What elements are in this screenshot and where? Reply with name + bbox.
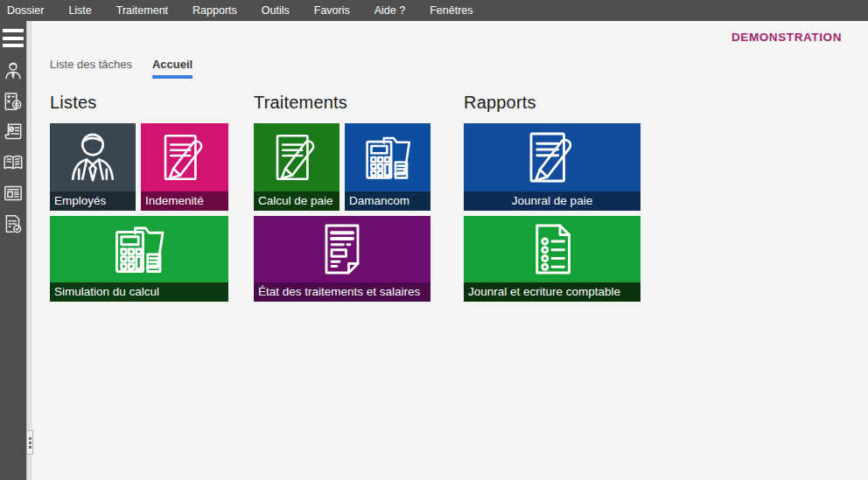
- tile-label: Indemenité: [141, 191, 228, 211]
- newspaper-icon[interactable]: [1, 181, 25, 205]
- employee-icon: [64, 129, 122, 186]
- task-check-icon[interactable]: [1, 212, 25, 236]
- tab-bar: Liste des tâches Accueil: [46, 54, 200, 82]
- demo-badge: DEMONSTRATION: [732, 31, 842, 44]
- section-traitements: Traitements Calcul de paie Damancom État…: [254, 93, 430, 307]
- calculator-icon[interactable]: [1, 89, 25, 114]
- menu-bar: Dossier Liste Traitement Rapports Outils…: [0, 0, 868, 21]
- book-icon[interactable]: [1, 150, 25, 175]
- pencil-paper-icon: [521, 126, 584, 189]
- tile-label: Jounral et ecriture comptable: [464, 282, 640, 302]
- payslip-icon[interactable]: [1, 120, 25, 144]
- tile-label: Calcul de paie: [254, 191, 340, 211]
- tile-simulation-du-calcul[interactable]: Simulation du calcul: [50, 216, 228, 302]
- pencil-paper-icon: [156, 129, 214, 186]
- menu-item-liste[interactable]: Liste: [56, 0, 103, 21]
- section-listes: Listes Employés Indemenité Simulation du…: [50, 93, 228, 307]
- tile-damancom[interactable]: Damancom: [345, 123, 430, 211]
- sidebar-splitter: [26, 21, 33, 480]
- tile-calcul-de-paie[interactable]: Calcul de paie: [254, 123, 340, 211]
- section-title: Listes: [50, 93, 228, 115]
- menu-item-outils[interactable]: Outils: [249, 0, 302, 21]
- tile-indemenite[interactable]: Indemenité: [141, 123, 228, 211]
- tab-accueil[interactable]: Accueil: [144, 54, 200, 82]
- icon-sidebar: [0, 21, 26, 480]
- document-lines-icon: [311, 218, 374, 281]
- tile-label: Employés: [50, 191, 136, 211]
- tile-jounral-de-paie[interactable]: Jounral de paie: [464, 123, 640, 211]
- tile-jounral-et-ecriture-comptable[interactable]: Jounral et ecriture comptable: [464, 216, 640, 302]
- checklist-icon: [521, 218, 584, 281]
- calculator-folder-icon: [108, 218, 171, 281]
- menu-item-rapports[interactable]: Rapports: [180, 0, 249, 21]
- main-content: DEMONSTRATION Liste des tâches Accueil L…: [33, 21, 868, 480]
- menu-item-traitement[interactable]: Traitement: [104, 0, 180, 21]
- tile-label: Simulation du calcul: [50, 282, 228, 302]
- menu-item-favoris[interactable]: Favoris: [302, 0, 362, 21]
- tile-label: État des traitements et salaires: [254, 282, 430, 302]
- menu-item-dossier[interactable]: Dossier: [0, 0, 56, 21]
- splitter-grip-handle[interactable]: [26, 430, 33, 455]
- tab-accueil-label: Accueil: [152, 58, 192, 71]
- section-rapports: Rapports Jounral de paie Jounral et ecri…: [464, 93, 640, 307]
- tile-employes[interactable]: Employés: [50, 123, 136, 211]
- section-title: Rapports: [464, 93, 640, 115]
- section-title: Traitements: [254, 93, 430, 115]
- calculator-folder-icon: [359, 129, 416, 186]
- active-tab-underline: [152, 75, 192, 79]
- menu-item-fenetres[interactable]: Fenêtres: [417, 0, 485, 21]
- tab-liste-des-taches[interactable]: Liste des tâches: [46, 54, 136, 78]
- pencil-paper-icon: [268, 129, 326, 186]
- tile-etat-des-traitements[interactable]: État des traitements et salaires: [254, 216, 430, 302]
- tile-label: Jounral de paie: [464, 191, 640, 211]
- menu-item-aide[interactable]: Aide ?: [362, 0, 417, 21]
- tile-label: Damancom: [345, 191, 430, 211]
- menu-icon[interactable]: [3, 29, 24, 52]
- employee-icon[interactable]: [1, 59, 25, 83]
